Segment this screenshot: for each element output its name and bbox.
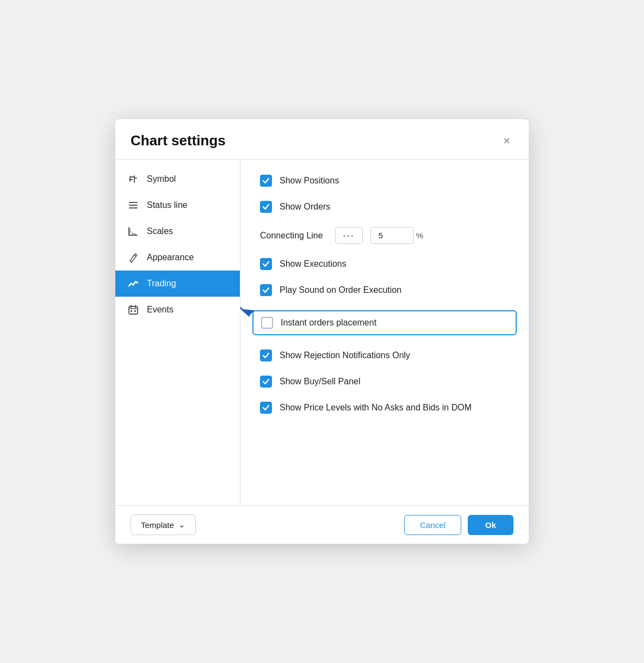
show-price-levels-row: Show Price Levels with No Asks and Bids … xyxy=(260,402,509,414)
sidebar-item-scales[interactable]: Scales xyxy=(115,218,240,244)
sidebar-item-events[interactable]: Events xyxy=(115,297,240,323)
show-price-levels-label: Show Price Levels with No Asks and Bids … xyxy=(280,403,472,413)
scales-icon xyxy=(127,225,139,237)
play-sound-checkbox[interactable] xyxy=(260,284,272,296)
show-rejection-checkbox[interactable] xyxy=(260,349,272,361)
svg-rect-1 xyxy=(129,176,134,177)
show-executions-label: Show Executions xyxy=(280,259,346,269)
template-label: Template xyxy=(141,520,174,530)
connecting-line-row: Connecting Line --- % xyxy=(260,227,509,244)
sidebar-item-symbol[interactable]: Symbol xyxy=(115,166,240,192)
play-sound-row: Play Sound on Order Execution xyxy=(260,284,509,296)
ok-button[interactable]: Ok xyxy=(468,515,513,535)
show-executions-checkbox[interactable] xyxy=(260,258,272,270)
appearance-icon xyxy=(127,251,139,263)
play-sound-label: Play Sound on Order Execution xyxy=(280,285,401,295)
percent-sign: % xyxy=(416,231,423,240)
connecting-line-label: Connecting Line xyxy=(260,231,323,241)
show-positions-checkbox[interactable] xyxy=(260,175,272,187)
close-button[interactable]: × xyxy=(500,134,513,148)
sidebar: Symbol Status line xyxy=(115,159,240,505)
svg-rect-20 xyxy=(134,310,136,312)
sidebar-item-status-line[interactable]: Status line xyxy=(115,192,240,218)
show-orders-row: Show Orders xyxy=(260,201,509,213)
show-positions-row: Show Positions xyxy=(260,175,509,187)
instant-orders-label: Instant orders placement xyxy=(281,318,376,328)
dialog-body: Symbol Status line xyxy=(115,159,529,505)
show-rejection-row: Show Rejection Notifications Only xyxy=(260,349,509,361)
trading-icon xyxy=(127,278,139,290)
svg-rect-7 xyxy=(129,207,138,208)
chevron-down-icon: ⌄ xyxy=(178,520,185,530)
svg-rect-15 xyxy=(129,306,138,314)
svg-rect-5 xyxy=(129,202,138,203)
svg-rect-3 xyxy=(134,175,135,183)
instant-orders-container: Instant orders placement xyxy=(260,310,509,335)
sidebar-item-trading[interactable]: Trading xyxy=(115,271,240,297)
show-buy-sell-label: Show Buy/Sell Panel xyxy=(280,377,361,386)
symbol-icon xyxy=(127,173,139,185)
svg-rect-6 xyxy=(129,205,138,206)
sidebar-item-appearance-label: Appearance xyxy=(147,253,194,262)
svg-rect-4 xyxy=(135,177,137,179)
sidebar-item-appearance[interactable]: Appearance xyxy=(115,244,240,271)
chart-settings-dialog: Chart settings × Symbol xyxy=(115,119,529,544)
show-orders-checkbox[interactable] xyxy=(260,201,272,213)
sidebar-item-scales-label: Scales xyxy=(147,226,173,236)
dash-style-selector[interactable]: --- xyxy=(335,227,363,244)
sidebar-item-events-label: Events xyxy=(147,305,174,315)
svg-rect-2 xyxy=(129,179,133,180)
sidebar-item-trading-label: Trading xyxy=(147,279,176,288)
sidebar-item-symbol-label: Symbol xyxy=(147,174,176,184)
cancel-button[interactable]: Cancel xyxy=(404,515,461,535)
dialog-footer: Template ⌄ Cancel Ok xyxy=(115,505,529,544)
show-rejection-label: Show Rejection Notifications Only xyxy=(280,351,410,360)
svg-rect-19 xyxy=(131,310,132,312)
show-positions-label: Show Positions xyxy=(280,176,339,186)
instant-orders-checkbox[interactable] xyxy=(261,317,273,329)
template-button[interactable]: Template ⌄ xyxy=(131,514,196,535)
show-buy-sell-row: Show Buy/Sell Panel xyxy=(260,376,509,388)
sidebar-item-status-line-label: Status line xyxy=(147,200,188,210)
svg-line-14 xyxy=(130,261,132,262)
show-orders-label: Show Orders xyxy=(280,202,330,212)
instant-orders-row: Instant orders placement xyxy=(252,310,517,335)
percent-input[interactable] xyxy=(370,227,414,244)
events-icon xyxy=(127,304,139,316)
dialog-header: Chart settings × xyxy=(115,119,529,159)
dialog-title: Chart settings xyxy=(131,132,226,149)
show-buy-sell-checkbox[interactable] xyxy=(260,376,272,388)
footer-actions: Cancel Ok xyxy=(404,515,513,535)
show-executions-row: Show Executions xyxy=(260,258,509,270)
percent-input-wrap: % xyxy=(370,227,423,244)
status-line-icon xyxy=(127,199,139,211)
content-area: Show Positions Show Orders Connecting Li… xyxy=(240,159,529,505)
show-price-levels-checkbox[interactable] xyxy=(260,402,272,414)
